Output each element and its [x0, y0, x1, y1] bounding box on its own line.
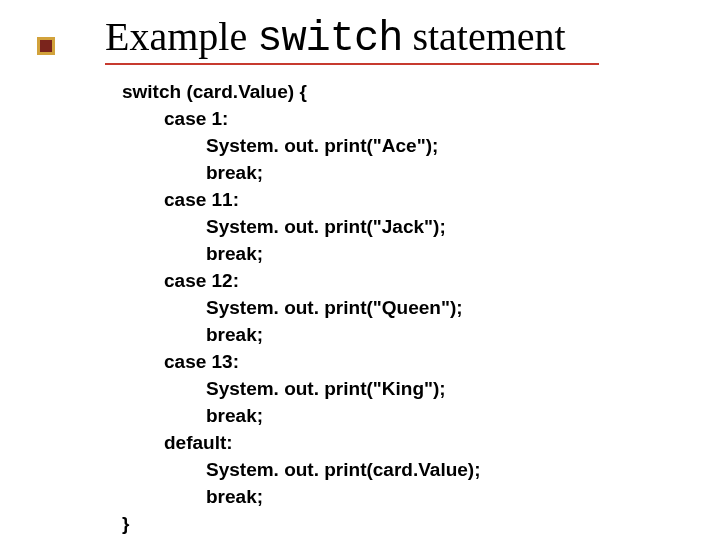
code-line: case 13: [122, 348, 481, 375]
title-post: statement [402, 14, 565, 59]
slide: Example switch statement switch (card.Va… [0, 0, 720, 540]
code-line: System. out. print("Ace"); [122, 132, 481, 159]
code-line: } [122, 510, 481, 537]
code-line: break; [122, 483, 481, 510]
code-line: case 1: [122, 105, 481, 132]
code-line: System. out. print("King"); [122, 375, 481, 402]
code-line: System. out. print("Jack"); [122, 213, 481, 240]
code-block: switch (card.Value) { case 1: System. ou… [122, 78, 481, 537]
code-line: System. out. print(card.Value); [122, 456, 481, 483]
title-underline [105, 63, 599, 65]
code-line: break; [122, 240, 481, 267]
code-line: case 12: [122, 267, 481, 294]
code-line: System. out. print("Queen"); [122, 294, 481, 321]
slide-title: Example switch statement [105, 13, 566, 63]
code-line: break; [122, 159, 481, 186]
title-mono: switch [257, 15, 402, 63]
bullet-icon [37, 37, 55, 55]
code-line: switch (card.Value) { [122, 78, 481, 105]
code-line: break; [122, 402, 481, 429]
code-line: case 11: [122, 186, 481, 213]
code-line: default: [122, 429, 481, 456]
svg-rect-1 [40, 40, 52, 52]
title-pre: Example [105, 14, 257, 59]
code-line: break; [122, 321, 481, 348]
